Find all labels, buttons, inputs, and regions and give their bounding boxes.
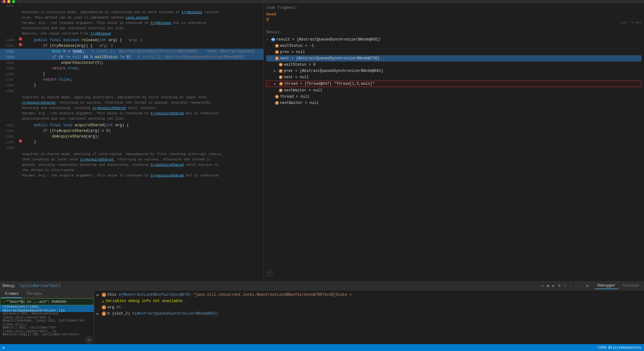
frame-item-0[interactable]: ✓ *"main"@1 in ...ain": RUNNING [0,298,94,305]
line-number-1285: 1285 [0,145,17,151]
doc-releases: Releases in exclusive mode. Implemented … [0,9,263,37]
frame-item-1[interactable]: release(int):1263, AbstractQueuedSynchro… [0,305,94,312]
line-gutter-1249: ✎ [17,3,24,9]
tree-item-thread[interactable]: ▶ ● thread = {Thread@647} "Thread[1,5,ma… [266,81,641,87]
infinity-button[interactable]: ∞ [86,337,93,343]
frame-text-2: unlock():457, ReentrantLock (java.util.c… [3,312,91,319]
head-text: head [266,12,276,17]
line-content-1262: Node h = head; h (slot_2): AbstractQueue… [24,49,263,54]
step-over-button[interactable]: ↷ [562,284,567,289]
line-number-1249: 1249 [0,3,17,9]
tree-item-nextwaiter[interactable]: ● nextWaiter = null [266,87,641,94]
tree-text-3: next = {AbstractQueuedSynchronizer$Node@… [280,56,380,61]
tree-text-8: nextWaiter = null [284,88,322,93]
doc-acquires-shared: Acquires in shared mode, ignoring interr… [0,94,263,122]
code-line-1263: 1263 if (h != null && h.waitStatus != 0)… [0,54,263,60]
line-gutter-1268 [17,37,24,40]
tree-item-result[interactable]: ▾ oo result = {AbstractQueuedSynchronize… [266,36,641,43]
breakpoint-1284[interactable] [19,139,22,143]
var-icon-this: ● [102,293,106,297]
line-number-1269: 1269 [0,88,17,94]
tree-icon-7: ● [279,82,283,86]
code-line-1265: 1265 return true; [0,66,263,71]
main-area: 1249 ✎ Releases in exclusive mode. Imple… [0,3,644,281]
close-button[interactable] [3,0,6,3]
tab-console[interactable]: Console [621,283,641,289]
frame-text-4: await():362, CyclicBarrier (java.util.co… [3,326,91,333]
var-value-arg: 1 [119,305,121,310]
var-h[interactable]: ▶ ● h (slot_2) = {AbstractQueuedSynchron… [95,310,643,317]
frame-text-0: *"main"@1 in ...ain": RUNNING [6,300,66,304]
line-number-1268b: 1268 [0,83,17,88]
tree-text-7: thread = {Thread@647} "Thread[1,5,main]" [284,82,375,86]
line-number-1263: 1263 [0,54,17,60]
tree-item-waitstatus[interactable]: ● waitStatus = -1 [266,43,641,49]
minimize-button[interactable] [7,0,10,3]
line-content-1261: if (tryRelease(arg)) { arg: 1 [24,43,263,49]
breakpoint-1261[interactable] [19,43,22,46]
use-hint-text: Use '% and [266,21,641,24]
debug-toolbar: ↺ ◼ ▶ ⏸ ↷ ↓ ↑ → ⊞ [540,284,590,289]
line-number-1261: 1261 [0,43,17,49]
code-fragment-head: head g [266,12,641,21]
line-number-1265: 1265 [0,66,17,71]
rerun-button[interactable]: ↺ [540,284,545,289]
code-line-1267: 1267 return false; [0,77,263,83]
line-content-1264: unparkSuccessor(h); [24,60,263,66]
threads-tab[interactable]: Threads [22,290,46,298]
code-area: 1249 ✎ Releases in exclusive mode. Imple… [0,3,263,281]
var-arrow-h: ▶ [97,311,100,316]
code-line-1249: 1249 ✎ [0,3,263,9]
tree-item-ws-0[interactable]: ● waitStatus = 0 [266,62,641,68]
frame-item-2[interactable]: unlock():457, ReentrantLock (java.util.c… [0,312,94,319]
tree-text-6: next = null [284,75,309,79]
tree-item-prev[interactable]: ● prev = null [266,49,641,55]
tree-icon-0: oo [271,38,275,41]
status-left: ⚙ [3,346,5,350]
maximize-button[interactable] [12,0,15,3]
frame-item-3[interactable]: dowait(boolean, long):261, CyclicBarrier… [0,319,94,326]
tab-debugger[interactable]: Debugger [595,283,618,289]
tree-item-next-selected[interactable]: ▾ ● next = {AbstractQueuedSynchronizer$N… [266,55,641,62]
frame-item-4[interactable]: await():362, CyclicBarrier (java.util.co… [0,326,94,333]
var-this[interactable]: ▶ ● this = {ReentrantLock$NonfairSync@67… [95,292,643,298]
var-arg[interactable]: ● arg = 1 [95,304,643,310]
status-settings-icon[interactable]: ⚙ [3,346,5,350]
pause-button[interactable]: ⏸ [557,284,562,289]
line-content-1265: return true; [24,66,263,71]
frame-text-5: main(String[]):50, CyclicBarrierTest1 (t… [3,332,91,337]
right-panel: Code fragment: head g Use '% and Result:… [264,3,644,281]
watermark: CSDN @tizzybepeacejoy [598,346,641,349]
doc-acquires-shared2: Acquires in shared mode, aborting if int… [0,151,263,179]
evaluate-button[interactable]: ⊞ [585,284,590,289]
code-fragment-label: Code fragment: [266,6,641,10]
frame-item-5[interactable]: main(String[]):50, CyclicBarrierTest1 (t… [0,333,94,337]
line-content-1281: public final void acquireShared(int arg)… [24,122,263,128]
var-value-this: {ReentrantLock$NonfairSync@678} [121,293,191,297]
tree-arrow-5: ▶ [274,69,278,73]
tree-text-2: prev = null [280,50,305,54]
tree-arrow-7: ▶ [274,82,278,86]
resume-button[interactable]: ▶ [551,284,556,289]
tree-text-10: nextWaiter = null [280,101,318,105]
tree-item-nextwaiter2[interactable]: ● nextWaiter = null [266,100,641,106]
code-line-1281: 1281 public final void acquireShared(int… [0,122,263,128]
tree-item-prev2[interactable]: ▶ ● prev = {AbstractQueuedSynchronizer$N… [266,68,641,74]
run-to-cursor-button[interactable]: → [579,284,584,289]
line-number-1266: 1266 [0,71,17,77]
line-content-1268b: } [24,83,263,88]
step-into-button[interactable]: ↓ [568,284,573,289]
line-gutter-1261 [17,43,24,46]
breakpoint-1268[interactable] [19,37,22,40]
help-button[interactable]: ? [266,270,273,276]
frames-tab[interactable]: Frames [1,290,22,298]
stop-button[interactable]: ◼ [545,284,550,289]
line-content-1284: } [24,139,263,145]
frames-list: ✓ *"main"@1 in ...ain": RUNNING release(… [0,298,94,337]
tree-icon-9: ● [275,95,279,99]
edit-icon-1249: ✎ [19,3,22,9]
code-line-1285: 1285 [0,145,263,151]
step-out-button[interactable]: ↑ [574,284,579,289]
tree-item-next-null[interactable]: ● next = null [266,74,641,80]
tree-item-thread-null[interactable]: ● thread = null [266,94,641,100]
